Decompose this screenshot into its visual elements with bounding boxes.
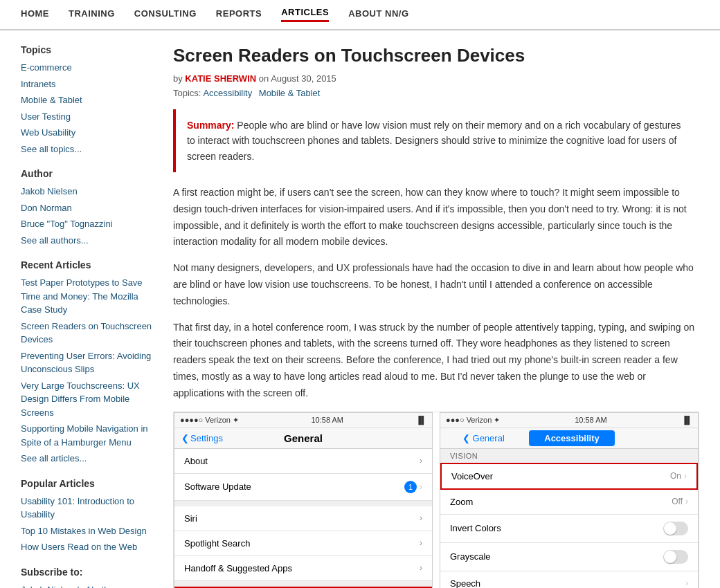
subscribe-link-0[interactable]: Jakob Nielsen's Alertbox Newsletter — [21, 583, 152, 589]
topics-label: Topics: — [173, 88, 201, 98]
sidebar-author-don[interactable]: Don Norman — [21, 201, 152, 215]
popular-article-2[interactable]: How Users Read on the Web — [21, 540, 152, 554]
phone-left: ●●●●○ Verizon ✦ 10:58 AM ▐▌ ❮ Settings G… — [174, 412, 433, 588]
sidebar-topic-mobile[interactable]: Mobile & Tablet — [21, 93, 152, 107]
phone-right-row-zoom: Zoom Off › — [440, 490, 698, 515]
see-all-authors-link[interactable]: See all authors... — [21, 234, 152, 248]
phone-left-time: 10:58 AM — [311, 416, 343, 424]
body-paragraph-2: That first day, in a hotel conference ro… — [173, 320, 699, 402]
phone-left-row-spotlight: Spotlight Search › — [174, 531, 432, 556]
summary-text: Summary: People who are blind or have lo… — [187, 120, 681, 162]
sidebar-author-jakob[interactable]: Jakob Nielsen — [21, 185, 152, 199]
article-topics: Topics: Accessibility Mobile & Tablet — [173, 88, 699, 98]
page-layout: Topics E-commerce Intranets Mobile & Tab… — [0, 30, 720, 588]
main-content: Screen Readers on Touchscreen Devices by… — [173, 44, 699, 588]
popular-article-1[interactable]: Top 10 Mistakes in Web Design — [21, 524, 152, 538]
recent-article-3[interactable]: Very Large Touchscreens: UX Design Diffe… — [21, 379, 152, 420]
spacer-0 — [174, 501, 432, 506]
phone-left-row-handoff: Handoff & Suggested Apps › — [174, 556, 432, 581]
recent-article-4[interactable]: Supporting Mobile Navigation in Spite of… — [21, 422, 152, 449]
software-update-badge: 1 — [404, 481, 417, 493]
subscribe-heading: Subscribe to: — [21, 567, 152, 578]
grayscale-toggle[interactable] — [663, 550, 688, 564]
sidebar: Topics E-commerce Intranets Mobile & Tab… — [21, 44, 152, 588]
nav-home[interactable]: HOME — [21, 8, 49, 21]
phone-tab-accessibility: Accessibility — [529, 430, 615, 446]
phone-right: ●●●○ Verizon ✦ 10:58 AM ▐▌ ❮ General Acc… — [440, 412, 699, 588]
popular-article-0[interactable]: Usability 101: Introduction to Usability — [21, 495, 152, 522]
sidebar-topic-intranets[interactable]: Intranets — [21, 77, 152, 91]
phone-left-back: ❮ Settings — [181, 433, 223, 443]
topics-heading: Topics — [21, 44, 152, 55]
nav-training[interactable]: TRAINING — [69, 8, 115, 21]
phone-left-row-siri: Siri › — [174, 506, 432, 531]
invert-toggle[interactable] — [663, 522, 688, 535]
article-author[interactable]: KATIE SHERWIN — [185, 73, 256, 84]
vision-label: VISION — [440, 449, 698, 463]
sidebar-topic-web-usability[interactable]: Web Usability — [21, 126, 152, 140]
phone-left-status-bar: ●●●●○ Verizon ✦ 10:58 AM ▐▌ — [174, 413, 432, 428]
nav-reports[interactable]: REPORTS — [216, 8, 262, 21]
topic-accessibility[interactable]: Accessibility — [203, 88, 252, 98]
phone-left-carrier: ●●●●○ Verizon ✦ — [180, 416, 239, 425]
article-date: on August 30, 2015 — [259, 73, 336, 84]
phone-left-nav: ❮ Settings General — [174, 428, 432, 449]
recent-article-1[interactable]: Screen Readers on Touchscreen Devices — [21, 320, 152, 347]
phone-right-row-grayscale: Grayscale — [440, 543, 698, 571]
body-paragraph-0: A first reaction might be, if users can'… — [173, 185, 699, 250]
popular-articles-heading: Popular Articles — [21, 478, 152, 489]
author-heading: Author — [21, 168, 152, 179]
phone-right-nav: ❮ General Accessibility — [440, 428, 698, 449]
summary-box: Summary: People who are blind or have lo… — [173, 109, 699, 172]
see-all-articles-link[interactable]: See all articles... — [21, 452, 152, 466]
article-body: A first reaction might be, if users can'… — [173, 185, 699, 402]
recent-articles-heading: Recent Articles — [21, 259, 152, 270]
recent-article-2[interactable]: Preventing User Errors: Avoiding Unconsc… — [21, 349, 152, 376]
nav-articles[interactable]: ARTICLES — [281, 7, 329, 22]
phone-tab-back: ❮ General — [440, 428, 527, 448]
phone-left-battery: ▐▌ — [415, 416, 426, 424]
topic-mobile[interactable]: Mobile & Tablet — [259, 88, 321, 98]
phone-right-battery: ▐▌ — [681, 416, 692, 424]
sidebar-topic-ecommerce[interactable]: E-commerce — [21, 61, 152, 75]
recent-article-0[interactable]: Test Paper Prototypes to Save Time and M… — [21, 276, 152, 317]
body-paragraph-1: Not many designers, developers, and UX p… — [173, 260, 699, 309]
phone-left-title: General — [284, 432, 323, 444]
sidebar-topic-user-testing[interactable]: User Testing — [21, 110, 152, 124]
phone-right-row-voiceover: VoiceOver On › — [440, 463, 698, 490]
screenshots-container: ●●●●○ Verizon ✦ 10:58 AM ▐▌ ❮ Settings G… — [173, 412, 699, 588]
sidebar-author-bruce[interactable]: Bruce "Tog" Tognazzini — [21, 217, 152, 231]
see-all-topics-link[interactable]: See all topics... — [21, 143, 152, 156]
phone-left-row-about: About › — [174, 449, 432, 474]
phone-right-time: 10:58 AM — [575, 416, 606, 424]
phone-right-row-invert: Invert Colors — [440, 515, 698, 543]
article-meta: by KATIE SHERWIN on August 30, 2015 — [173, 73, 699, 84]
phone-left-row-software: Software Update 1 › — [174, 474, 432, 501]
article-title: Screen Readers on Touchscreen Devices — [173, 44, 699, 68]
nav-about[interactable]: ABOUT NN/G — [348, 8, 408, 21]
spacer-1 — [174, 581, 432, 587]
nav-consulting[interactable]: CONSULTING — [134, 8, 197, 21]
phone-right-row-speech: Speech › — [440, 571, 698, 588]
main-nav: HOME TRAINING CONSULTING REPORTS ARTICLE… — [0, 0, 720, 30]
phone-right-status-bar: ●●●○ Verizon ✦ 10:58 AM ▐▌ — [440, 413, 698, 428]
phone-right-carrier: ●●●○ Verizon ✦ — [446, 416, 500, 425]
